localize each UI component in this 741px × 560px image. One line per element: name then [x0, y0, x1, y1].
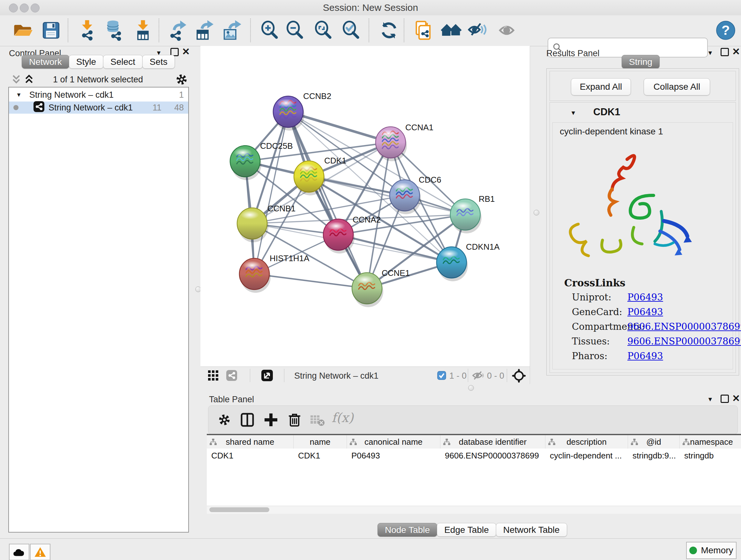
export-network-button[interactable]	[166, 19, 188, 41]
help-button[interactable]: ?	[715, 19, 737, 41]
column-header-description[interactable]: description	[545, 435, 628, 449]
export-table-button[interactable]	[192, 19, 214, 41]
node-CCNE1[interactable]	[352, 273, 383, 307]
tab-string[interactable]: String	[622, 55, 660, 69]
network-collection-row[interactable]: ▼ String Network – cdk1 1	[9, 89, 188, 101]
node-CCNA1[interactable]	[376, 127, 407, 161]
memory-button[interactable]: Memory	[686, 542, 737, 559]
control-panel-close-icon[interactable]: ✕	[182, 48, 190, 56]
node-CDKN1A[interactable]	[436, 247, 468, 281]
tab-edge-table[interactable]: Edge Table	[437, 523, 496, 537]
crosslink-link[interactable]: 9606.ENSP00000378699	[627, 321, 741, 332]
tab-node-table[interactable]: Node Table	[378, 523, 437, 537]
table-cell[interactable]: stringdb:9...	[628, 450, 680, 461]
table-panel-maximize-icon[interactable]	[721, 395, 729, 403]
table-row[interactable]: CDK1CDK1P064939606.ENSP00000378699cyclin…	[207, 449, 741, 462]
column-header-shared-name[interactable]: shared name	[207, 435, 293, 449]
results-panel-maximize-icon[interactable]	[721, 48, 729, 56]
collection-expander-icon[interactable]: ▼	[16, 91, 22, 98]
tab-style[interactable]: Style	[69, 55, 104, 69]
collapse-all-button[interactable]: Collapse All	[644, 78, 710, 96]
column-header--id[interactable]: @id	[628, 435, 680, 449]
column-header-database-identifier[interactable]: database identifier	[441, 435, 545, 449]
table-cell[interactable]: CDK1	[293, 450, 347, 461]
node-CCNA2[interactable]	[323, 219, 354, 253]
tab-select[interactable]: Select	[103, 55, 143, 69]
tab-network-table[interactable]: Network Table	[496, 523, 567, 537]
import-network-from-file-button[interactable]	[76, 19, 98, 41]
results-panel-float-icon[interactable]: ▼	[707, 50, 713, 57]
show-hidden-button[interactable]	[497, 19, 519, 41]
copy-network-button[interactable]	[413, 19, 434, 41]
create-column-plus-icon[interactable]	[263, 412, 279, 429]
delete-table-icon-disabled[interactable]	[310, 414, 325, 428]
edge-CCNB2-HIST1H1A[interactable]	[254, 112, 288, 274]
node-label-CDC6: CDC6	[419, 175, 441, 185]
node-RB1[interactable]	[450, 199, 482, 233]
import-table-from-file-button[interactable]	[132, 19, 154, 41]
selected-checkbox[interactable]	[437, 371, 446, 381]
edge-HIST1H1A-CCNE1[interactable]	[254, 274, 367, 288]
protein-section-expander-icon[interactable]: ▼	[570, 110, 576, 117]
refresh-view-button[interactable]	[378, 19, 400, 41]
table-panel-float-icon[interactable]: ▼	[707, 396, 713, 403]
node-label-CCNE1: CCNE1	[382, 268, 410, 278]
open-in-window-icon[interactable]	[261, 369, 273, 383]
crosslink-link[interactable]: P06493	[627, 351, 663, 361]
delete-column-trash-icon[interactable]	[287, 412, 302, 429]
table-panel-close-icon[interactable]: ✕	[732, 395, 740, 402]
open-session-button[interactable]	[12, 19, 34, 41]
zoom-fit-content-button[interactable]	[312, 19, 334, 41]
network-row-selected[interactable]: String Network – cdk1 11 48	[9, 102, 188, 114]
show-columns-icon[interactable]	[240, 412, 255, 429]
protein-description: cyclin-dependent kinase 1	[560, 126, 663, 137]
table-horizontal-scrollbar[interactable]	[207, 506, 741, 514]
node-CDK1[interactable]	[294, 161, 325, 195]
show-neighbors-button[interactable]	[441, 19, 462, 41]
node-CCNB2[interactable]	[273, 96, 305, 131]
table-settings-gear-icon[interactable]	[217, 413, 231, 428]
table-cell[interactable]: 9606.ENSP00000378699	[441, 450, 545, 461]
export-image-button[interactable]	[220, 19, 242, 41]
column-header-name[interactable]: name	[293, 435, 347, 449]
warnings-button[interactable]	[30, 544, 51, 560]
right-divider-grip[interactable]	[534, 210, 539, 215]
results-panel-close-icon[interactable]: ✕	[732, 48, 740, 56]
zoom-out-button[interactable]	[284, 19, 306, 41]
node-CDC25B[interactable]	[230, 145, 261, 180]
table-cell[interactable]: CDK1	[207, 450, 293, 461]
function-builder-icon-disabled[interactable]: f(x)	[332, 410, 354, 425]
bottom-divider-grip[interactable]	[468, 385, 474, 391]
column-type-icon	[548, 438, 556, 446]
crosslink-link[interactable]: P06493	[627, 307, 663, 317]
tab-sets[interactable]: Sets	[142, 55, 175, 69]
cloud-button[interactable]	[9, 544, 29, 560]
table-cell[interactable]: cyclin-dependent ...	[545, 450, 628, 461]
node-CCNB1[interactable]	[237, 208, 268, 242]
column-header-namespace[interactable]: namespace	[680, 435, 741, 449]
cloud-icon	[12, 547, 26, 557]
collection-count: 1	[179, 90, 184, 100]
zoom-in-button[interactable]	[259, 19, 280, 41]
expand-all-button[interactable]: Expand All	[571, 78, 631, 96]
save-session-button[interactable]	[40, 19, 62, 41]
import-network-from-database-button[interactable]	[104, 19, 125, 41]
memory-status-dot	[689, 547, 697, 554]
table-cell[interactable]: P06493	[347, 450, 441, 461]
network-options-gear-icon[interactable]	[175, 73, 188, 87]
grid-view-icon[interactable]	[207, 370, 219, 382]
column-header-canonical-name[interactable]: canonical name	[347, 435, 441, 449]
network-share-icon[interactable]	[226, 370, 238, 382]
scrollbar-thumb[interactable]	[209, 507, 269, 512]
hide-selected-button[interactable]	[467, 19, 488, 41]
node-HIST1H1A[interactable]	[239, 258, 271, 293]
crosslink-link[interactable]: P06493	[627, 292, 663, 303]
network-view-canvas[interactable]: CCNB2CCNA1CDC25BCDK1CDC6RB1CCNB1CCNA2CDK…	[200, 46, 530, 367]
network-row-label: String Network – cdk1	[49, 103, 133, 113]
crosslink-link[interactable]: 9606.ENSP00000378699	[627, 336, 741, 347]
table-cell[interactable]: stringdb	[680, 450, 741, 461]
zoom-selected-button[interactable]	[340, 19, 361, 41]
tab-network[interactable]: Network	[22, 55, 69, 69]
fit-selection-crosshair-icon[interactable]	[512, 369, 526, 384]
hidden-eye-icon[interactable]	[472, 370, 484, 382]
